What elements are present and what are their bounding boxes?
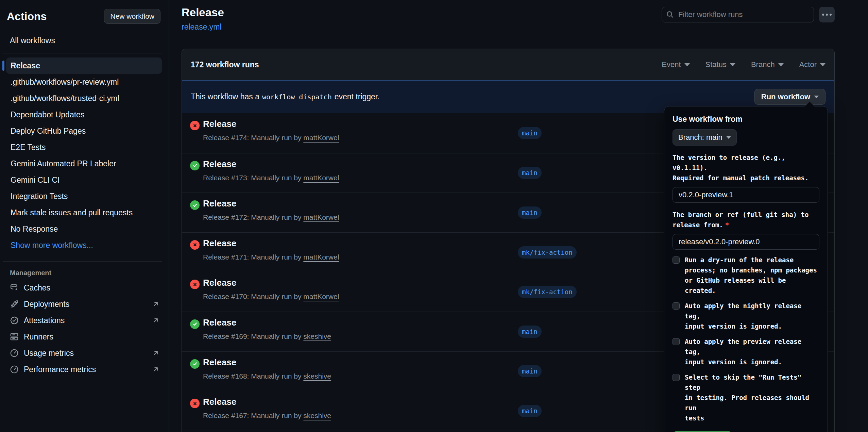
branch-badge[interactable]: main [518,206,542,219]
run-title-link[interactable]: Release [203,317,236,328]
management-item[interactable]: Attestations [0,312,169,329]
required-asterisk: * [725,221,729,229]
checkbox-label[interactable]: Auto apply the preview release tag,input… [685,336,819,367]
search-input[interactable] [662,7,814,22]
external-link-icon [152,300,159,308]
workflow-file-link[interactable]: release.yml [182,22,222,32]
actor-link[interactable]: skeshive [303,372,331,380]
sidebar-workflow-label: No Response [11,225,58,234]
run-title-link[interactable]: Release [203,159,236,169]
workflow-options-kebab-button[interactable] [819,7,835,22]
show-more-workflows-link[interactable]: Show more workflows... [6,237,162,253]
branch-selector-button[interactable]: Branch: main [673,129,737,146]
branch-badge[interactable]: mk/fix-action [518,286,577,298]
run-title-link[interactable]: Release [203,397,236,407]
sidebar-workflow-label: Release [11,61,40,70]
sidebar-workflow-item[interactable]: E2E Tests [6,139,162,155]
chevron-down-icon [730,63,735,66]
popover-checkbox-row: Auto apply the preview release tag,input… [673,336,819,367]
actor-link[interactable]: mattKorwel [303,253,339,261]
actor-link[interactable]: skeshive [303,412,331,419]
workflow-dispatch-code: workflow_dispatch [262,93,332,101]
run-filter-dropdown[interactable]: Status [705,60,735,69]
actor-link[interactable]: mattKorwel [303,134,339,142]
success-status-icon [190,359,200,369]
run-title-link[interactable]: Release [203,278,236,288]
branch-badge[interactable]: main [518,127,542,139]
management-item[interactable]: Caches [0,280,169,296]
run-description: Release #171: Manually run by mattKorwel [203,253,339,261]
checkbox[interactable] [673,256,680,264]
all-workflows-link[interactable]: All workflows [0,36,169,45]
sidebar-title: Actions [7,10,47,23]
branch-badge[interactable]: main [518,405,542,417]
run-description: Release #173: Manually run by mattKorwel [203,174,339,182]
popover-checkbox-row: Auto apply the nightly release tag,input… [673,301,819,331]
sidebar-workflow-item[interactable]: Gemini CLI CI [6,172,162,188]
actor-link[interactable]: mattKorwel [303,174,339,182]
runs-panel-header: 172 workflow runs Event Status Branch Ac… [182,49,834,80]
sidebar-workflow-item[interactable]: .github/workflows/pr-review.yml [6,74,162,90]
management-section-header: Management [0,269,169,277]
check-circle-icon [192,162,198,169]
sidebar-divider [3,261,162,262]
meter-icon [10,365,19,374]
checkbox-label[interactable]: Select to skip the "Run Tests" stepin te… [685,372,819,423]
branch-badge[interactable]: mk/fix-action [518,246,577,259]
success-status-icon [190,161,200,170]
management-item[interactable]: Deployments [0,296,169,312]
actor-link[interactable]: mattKorwel [303,293,339,300]
actor-link[interactable]: skeshive [303,332,331,340]
checkbox-label[interactable]: Run a dry-run of the releaseprocess; no … [685,255,819,296]
run-description: Release #168: Manually run by skeshive [203,372,331,380]
checkbox[interactable] [673,374,680,381]
ref-input[interactable] [673,234,819,250]
run-description: Release #170: Manually run by mattKorwel [203,293,339,301]
run-filter-dropdown[interactable]: Branch [751,60,784,69]
filter-label: Event [662,60,681,69]
checkbox[interactable] [673,338,680,345]
sidebar-workflow-item[interactable]: Mark stale issues and pull requests [6,204,162,221]
sidebar-workflow-list: Release .github/workflows/pr-review.yml … [6,57,162,237]
filter-workflow-runs-search [662,7,814,22]
sidebar-workflow-item[interactable]: .github/workflows/trusted-ci.yml [6,90,162,106]
management-item-label: Usage metrics [24,349,74,358]
management-item[interactable]: Usage metrics [0,345,169,361]
branch-badge[interactable]: main [518,326,542,338]
external-link-icon [152,366,159,373]
sidebar-workflow-label: Integration Tests [11,192,68,201]
new-workflow-button[interactable]: New workflow [104,9,160,24]
sidebar-workflow-item[interactable]: Integration Tests [6,188,162,204]
x-circle-icon [192,281,198,288]
version-input[interactable] [673,187,819,203]
sidebar-divider [3,53,162,53]
run-title-link[interactable]: Release [203,238,236,249]
run-title-link[interactable]: Release [203,198,236,209]
sidebar-workflow-item[interactable]: Release [6,57,162,74]
run-title-link[interactable]: Release [203,119,236,129]
management-item[interactable]: Performance metrics [0,361,169,378]
branch-badge[interactable]: main [518,365,542,377]
chevron-down-icon [778,63,784,66]
sidebar-workflow-item[interactable]: Dependabot Updates [6,106,162,123]
sidebar-workflow-label: Deploy GitHub Pages [11,127,86,136]
sidebar-workflow-item[interactable]: Gemini Automated PR Labeler [6,155,162,172]
actor-link[interactable]: mattKorwel [303,213,339,221]
chevron-down-icon [684,63,690,66]
checkbox-label[interactable]: Auto apply the nightly release tag,input… [685,301,819,331]
sidebar-workflow-item[interactable]: No Response [6,221,162,237]
checkbox[interactable] [673,302,680,310]
external-link-icon [152,349,159,357]
branch-badge[interactable]: main [518,167,542,179]
sidebar-workflow-label: .github/workflows/trusted-ci.yml [11,94,119,103]
run-title-link[interactable]: Release [203,357,236,368]
chevron-down-icon [726,136,731,139]
sidebar-workflow-label: Mark stale issues and pull requests [11,208,133,217]
run-filter-dropdown[interactable]: Actor [799,60,826,69]
sidebar-workflow-item[interactable]: Deploy GitHub Pages [6,123,162,139]
management-item[interactable]: Runners [0,329,169,345]
run-workflow-popover: Use workflow from Branch: main The versi… [664,106,828,432]
run-workflow-dropdown-button[interactable]: Run workflow [754,89,826,105]
run-filter-dropdown[interactable]: Event [662,60,690,69]
rocket-icon [10,300,19,309]
